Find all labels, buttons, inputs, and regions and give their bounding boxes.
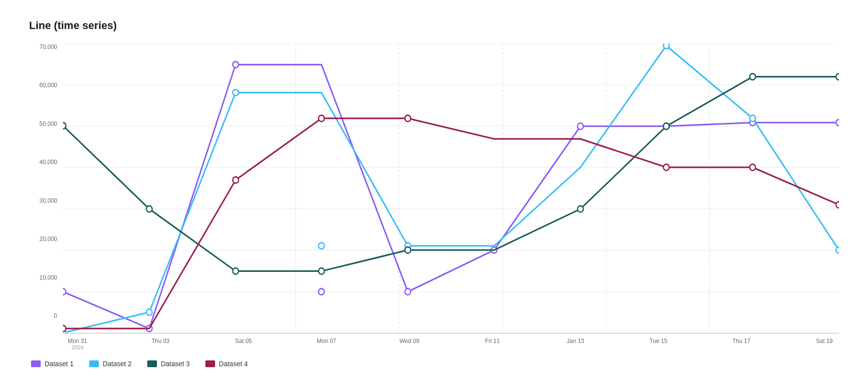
legend-swatch-2 [89,360,99,367]
ds1-point-4 [405,288,411,295]
x-axis: Mon 31 2019 Thu 03 Sat 05 Mon 07 Wed 09 … [63,334,839,350]
ds4-point-2 [232,177,238,183]
chart-area: 70,000 60,000 50,000 40,000 30,000 20,00… [29,44,839,368]
dataset1-line [63,65,839,329]
ds1-point-0 [63,288,66,295]
legend-label-2: Dataset 2 [103,360,132,368]
y-label-70000: 70,000 [39,44,57,50]
ds3-point-2 [232,268,238,274]
legend-item-2: Dataset 2 [89,360,132,368]
x-label-sat05: Sat 05 [229,338,258,350]
dataset4-line [63,119,839,329]
ds3-point-7 [664,123,669,129]
x-label-sat19: Sat 19 [810,338,839,350]
ds3-point-6 [577,206,583,212]
legend-item-4: Dataset 4 [205,360,248,368]
legend-swatch-1 [31,360,41,367]
ds3-point-0 [63,122,66,129]
dataset3-line [63,77,839,271]
legend-swatch-4 [205,360,215,367]
x-label-thu03: Thu 03 [146,338,175,350]
ds2-point-9 [836,247,839,253]
ds1-point-2 [232,61,238,68]
x-label-jan13: Jan 13 [561,338,590,350]
legend-swatch-3 [147,360,157,367]
ds4-point-7 [664,164,669,170]
ds1-point-3 [319,288,325,295]
legend-item-1: Dataset 1 [31,360,74,368]
dataset2-line [63,45,839,333]
legend: Dataset 1 Dataset 2 Dataset 3 Dataset 4 [29,360,839,368]
y-label-30000: 30,000 [39,197,57,204]
ds1-point-9 [836,119,839,126]
x-label-tue15: Tue 15 [644,338,673,350]
legend-label-1: Dataset 1 [45,360,74,368]
x-label-fri11: Fri 11 [478,338,507,350]
plot-area [63,44,839,334]
x-label-thu17: Thu 17 [727,338,756,350]
y-label-20000: 20,000 [39,236,57,242]
ds3-point-9 [836,74,839,80]
ds1-point-6 [577,123,583,129]
ds4-point-0 [63,326,66,332]
ds2-point-3 [319,243,325,249]
chart-container: Line (time series) 70,000 60,000 50,000 … [0,0,868,387]
y-label-50000: 50,000 [39,120,57,127]
y-axis: 70,000 60,000 50,000 40,000 30,000 20,00… [29,44,63,334]
ds3-point-3 [319,268,325,274]
ds2-point-7 [664,44,669,49]
legend-item-3: Dataset 3 [147,360,190,368]
ds2-point-1 [146,309,152,315]
legend-label-4: Dataset 4 [219,360,248,368]
x-label-wed09: Wed 09 [395,338,424,350]
ds3-point-4 [405,247,411,253]
chart-svg [63,44,839,333]
x-label-mon31: Mon 31 2019 [63,338,92,350]
ds3-point-1 [146,206,152,212]
y-label-40000: 40,000 [39,159,57,165]
y-label-10000: 10,000 [39,274,57,281]
ds3-point-8 [750,74,756,80]
ds4-point-4 [405,115,411,121]
ds4-point-3 [319,115,325,121]
chart-inner: 70,000 60,000 50,000 40,000 30,000 20,00… [29,44,839,334]
y-label-0: 0 [54,313,57,319]
ds2-point-2 [232,89,238,96]
ds4-point-9 [836,202,839,208]
ds4-point-8 [750,164,756,170]
chart-title: Line (time series) [29,19,839,32]
x-label-mon07: Mon 07 [312,338,341,350]
y-label-60000: 60,000 [39,82,57,89]
ds2-point-8 [750,115,756,121]
legend-label-3: Dataset 3 [161,360,190,368]
